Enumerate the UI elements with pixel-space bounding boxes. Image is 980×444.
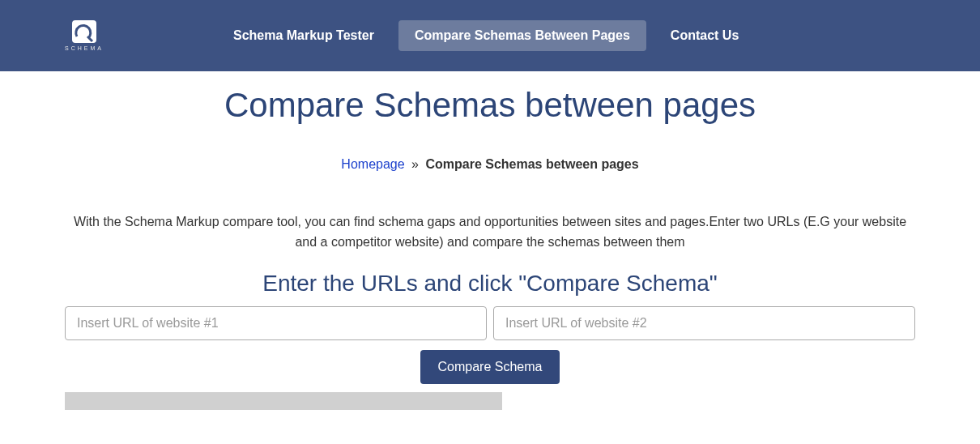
logo-icon — [72, 20, 96, 43]
result-placeholder — [65, 392, 502, 410]
url-input-row — [65, 306, 915, 340]
url2-input[interactable] — [493, 306, 915, 340]
page-description: With the Schema Markup compare tool, you… — [65, 212, 915, 253]
url1-input[interactable] — [65, 306, 487, 340]
submit-row: Compare Schema — [65, 350, 915, 384]
nav-item-contact[interactable]: Contact Us — [654, 20, 755, 51]
compare-schema-button[interactable]: Compare Schema — [420, 350, 560, 384]
header: SCHEMA Schema Markup Tester Compare Sche… — [0, 0, 980, 71]
nav-item-tester[interactable]: Schema Markup Tester — [217, 20, 390, 51]
main-content: Compare Schemas between pages Homepage »… — [0, 86, 980, 410]
logo-text: SCHEMA — [65, 45, 104, 51]
breadcrumb-separator: » — [411, 157, 419, 171]
page-title: Compare Schemas between pages — [65, 86, 915, 125]
breadcrumb: Homepage » Compare Schemas between pages — [65, 157, 915, 172]
logo[interactable]: SCHEMA — [65, 20, 104, 51]
breadcrumb-home-link[interactable]: Homepage — [341, 157, 404, 171]
main-nav: Schema Markup Tester Compare Schemas Bet… — [217, 20, 755, 51]
breadcrumb-current: Compare Schemas between pages — [425, 157, 638, 171]
form-title: Enter the URLs and click "Compare Schema… — [65, 271, 915, 297]
nav-item-compare[interactable]: Compare Schemas Between Pages — [398, 20, 646, 51]
